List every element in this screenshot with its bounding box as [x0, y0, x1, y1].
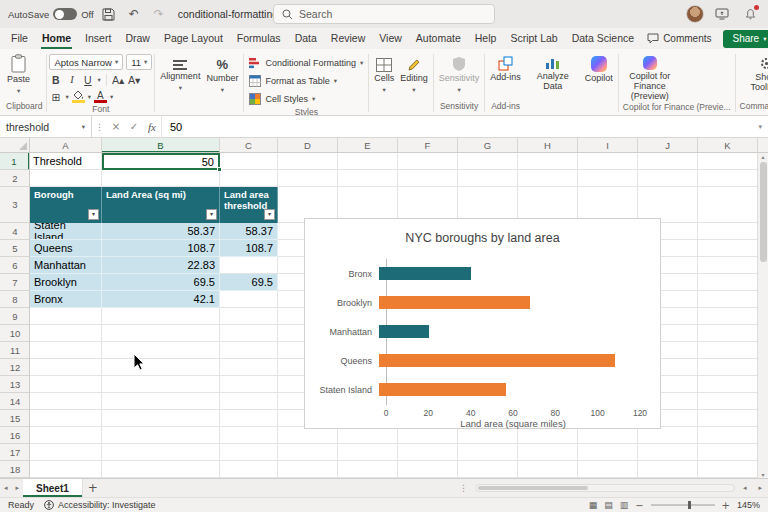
- addins-group-label[interactable]: Add-ins: [487, 101, 524, 115]
- cells-button[interactable]: Cells ▾: [371, 51, 397, 94]
- table-header-threshold[interactable]: Land area threshold▾: [220, 187, 278, 223]
- chart-bar-queens[interactable]: [379, 354, 615, 367]
- styles-group-label[interactable]: Styles: [246, 107, 366, 115]
- borders-icon[interactable]: ⊞: [49, 89, 62, 104]
- accessibility-status[interactable]: Accessibility: Investigate: [44, 500, 156, 510]
- row-header-15[interactable]: 15: [0, 410, 30, 427]
- cell-B4[interactable]: 58.37: [102, 223, 220, 240]
- column-header-A[interactable]: A: [30, 138, 102, 153]
- font-group-label[interactable]: Font: [49, 104, 152, 115]
- normal-view-icon[interactable]: ▦: [589, 500, 598, 510]
- zoom-in-icon[interactable]: +: [722, 500, 730, 511]
- tab-page-layout[interactable]: Page Layout: [157, 28, 230, 49]
- show-toolpak-button[interactable]: Show ToolPak: [738, 51, 768, 93]
- chart-bar-manhattan[interactable]: [379, 325, 429, 338]
- commands-group-label[interactable]: Commands G...: [738, 101, 768, 115]
- formula-bar-expand-icon[interactable]: ▾: [752, 123, 768, 131]
- column-header-H[interactable]: H: [518, 138, 578, 153]
- scrollbar-thumb[interactable]: [760, 162, 767, 262]
- chart-bar-brooklyn[interactable]: [379, 296, 530, 309]
- row-header-16[interactable]: 16: [0, 427, 30, 444]
- column-header-J[interactable]: J: [638, 138, 698, 153]
- zoom-slider-thumb[interactable]: [688, 501, 691, 509]
- decrease-font-icon[interactable]: A▾: [128, 72, 141, 87]
- row-header-10[interactable]: 10: [0, 325, 30, 342]
- hscroll-thumb[interactable]: [478, 486, 588, 490]
- row-header-12[interactable]: 12: [0, 359, 30, 376]
- tab-insert[interactable]: Insert: [78, 28, 118, 49]
- tab-file[interactable]: File: [4, 28, 35, 49]
- column-header-F[interactable]: F: [398, 138, 458, 153]
- tab-script-lab[interactable]: Script Lab: [503, 28, 564, 49]
- page-break-view-icon[interactable]: ▥: [620, 500, 629, 510]
- sheet-tab-sheet1[interactable]: Sheet1: [23, 479, 83, 497]
- chart-bar-bronx[interactable]: [379, 267, 471, 280]
- fill-color-icon[interactable]: [72, 90, 85, 103]
- row-header-11[interactable]: 11: [0, 342, 30, 359]
- cancel-icon[interactable]: ×: [107, 118, 125, 136]
- column-header-K[interactable]: K: [698, 138, 758, 153]
- column-header-D[interactable]: D: [278, 138, 338, 153]
- row-header-4[interactable]: 4: [0, 223, 30, 240]
- row-header-13[interactable]: 13: [0, 376, 30, 393]
- fill-handle[interactable]: [217, 167, 222, 172]
- clipboard-group-label[interactable]: Clipboard: [4, 101, 44, 115]
- italic-icon[interactable]: I: [65, 72, 78, 87]
- sheet-nav-left-icon[interactable]: ◂: [0, 484, 12, 492]
- font-size-select[interactable]: 11▾: [126, 54, 152, 70]
- row-header-14[interactable]: 14: [0, 393, 30, 410]
- insert-function-icon[interactable]: fx: [143, 118, 161, 136]
- add-sheet-button[interactable]: +: [83, 481, 103, 495]
- name-box-resize-handle[interactable]: ⋮: [92, 122, 107, 132]
- sensitivity-group-label[interactable]: Sensitivity: [436, 101, 483, 115]
- cell-A7[interactable]: Brooklyn: [30, 274, 102, 291]
- redo-button[interactable]: ↷: [149, 4, 169, 24]
- cell-B6[interactable]: 22.83: [102, 257, 220, 274]
- row-header-8[interactable]: 8: [0, 291, 30, 308]
- tab-home[interactable]: Home: [35, 28, 78, 49]
- cell-C8[interactable]: [220, 291, 278, 308]
- chart[interactable]: NYC boroughs by land area BronxBrooklynM…: [304, 218, 661, 429]
- tab-view[interactable]: View: [372, 28, 409, 49]
- tab-automate[interactable]: Automate: [409, 28, 468, 49]
- share-button[interactable]: Share ▾: [723, 30, 768, 48]
- table-header-borough[interactable]: Borough▾: [30, 187, 102, 223]
- comments-button[interactable]: Comments: [641, 30, 717, 48]
- autosave-switch[interactable]: [53, 8, 77, 20]
- tab-splitter[interactable]: ⋮: [456, 483, 471, 493]
- cell-C5[interactable]: 108.7: [220, 240, 278, 257]
- cell-styles-button[interactable]: Cell Styles ▾: [246, 90, 366, 107]
- zoom-level[interactable]: 145%: [737, 500, 760, 510]
- hscroll-right-icon[interactable]: ▸: [754, 484, 766, 492]
- formula-input[interactable]: 50: [161, 116, 752, 138]
- copilot-finance-button[interactable]: Copilot for Finance (Preview): [621, 51, 679, 102]
- paste-button[interactable]: Paste ▾: [4, 51, 33, 95]
- table-header-land-area[interactable]: Land Area (sq mi)▾: [102, 187, 220, 223]
- font-name-select[interactable]: Aptos Narrow▾: [49, 54, 123, 70]
- row-header-17[interactable]: 17: [0, 444, 30, 461]
- row-header-18[interactable]: 18: [0, 461, 30, 478]
- add-ins-button[interactable]: Add-ins: [487, 51, 524, 83]
- save-button[interactable]: [99, 4, 119, 24]
- cell-A6[interactable]: Manhattan: [30, 257, 102, 274]
- chart-bar-staten-island[interactable]: [379, 383, 506, 396]
- page-layout-view-icon[interactable]: ▤: [604, 500, 613, 510]
- sensitivity-button[interactable]: Sensitivity ▾: [436, 51, 483, 94]
- column-header-B[interactable]: B: [102, 138, 220, 153]
- cell-C6[interactable]: [220, 257, 278, 274]
- tab-review[interactable]: Review: [324, 28, 372, 49]
- copilot-finance-group-label[interactable]: Copilot for Finance (Previe...: [621, 102, 733, 115]
- cell-B7[interactable]: 69.5: [102, 274, 220, 291]
- row-header-6[interactable]: 6: [0, 257, 30, 274]
- cell-C7[interactable]: 69.5: [220, 274, 278, 291]
- select-all-corner[interactable]: [0, 138, 30, 153]
- cell-C4[interactable]: 58.37: [220, 223, 278, 240]
- cells-area[interactable]: Threshold 50 Borough▾ Land Area (sq mi)▾…: [30, 153, 768, 478]
- tab-help[interactable]: Help: [468, 28, 504, 49]
- scroll-down-icon[interactable]: ▾: [761, 471, 764, 478]
- tab-formulas[interactable]: Formulas: [230, 28, 288, 49]
- cell-A8[interactable]: Bronx: [30, 291, 102, 308]
- column-header-C[interactable]: C: [220, 138, 278, 153]
- row-header-1[interactable]: 1: [0, 153, 30, 170]
- filter-icon[interactable]: ▾: [264, 209, 275, 220]
